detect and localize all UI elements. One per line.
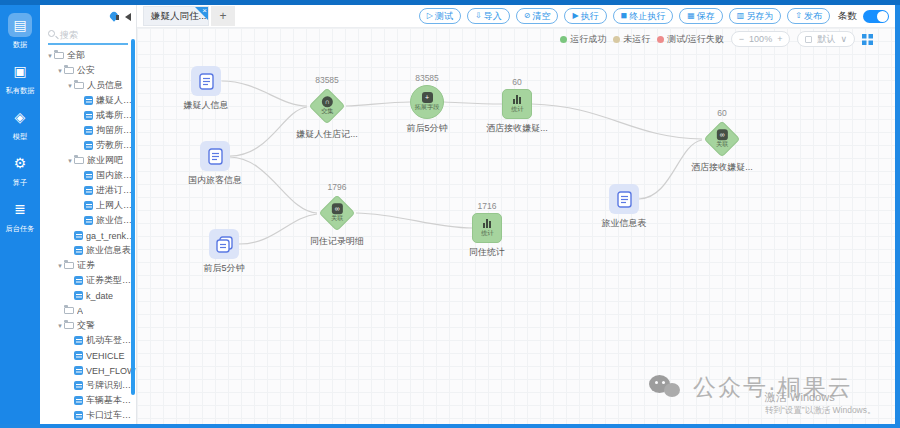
node-assoc-hotel-op[interactable]: 60 ∞ 关联 酒店接收嫌疑... <box>703 120 741 158</box>
save-as-icon-button[interactable]: ▥ 另存为 <box>729 8 782 24</box>
sidebar-item-4[interactable]: ≣ 后台任务 <box>0 197 40 234</box>
tree-item[interactable]: 证券类型字典 <box>40 273 136 288</box>
node-before-after-5min-source[interactable]: 前后5分钟 <box>209 229 239 259</box>
folder-icon <box>64 262 74 269</box>
table-icon <box>84 96 93 105</box>
tree-item[interactable]: 进港订座信息 <box>40 183 136 198</box>
add-tab-button[interactable]: + <box>211 6 235 26</box>
table-icon <box>84 186 93 195</box>
node-hotel-info-table[interactable]: 旅业信息表 <box>609 184 639 214</box>
node-stat-hotel-op[interactable]: 60 统计 酒店接收嫌疑... <box>502 89 532 119</box>
tree-item[interactable]: ▾ 公安 <box>40 63 136 78</box>
canvas-vertical-scrollbar[interactable] <box>895 5 900 424</box>
folder-icon <box>64 307 74 314</box>
node-assoc-colive-op[interactable]: 1796 ∞ 关联 同住记录明细 <box>318 194 356 232</box>
table-icon <box>84 216 93 225</box>
tree-item[interactable]: ga_t_renkouxinx <box>40 228 136 243</box>
table-icon <box>74 366 83 375</box>
sidebar-item-0[interactable]: ▤ 数据 <box>0 13 40 50</box>
edge <box>356 213 472 228</box>
tree-item[interactable]: 机动车登记表 <box>40 333 136 348</box>
tree-item[interactable]: 国内旅客信息 <box>40 168 136 183</box>
caret-down-icon: ▾ <box>56 262 64 270</box>
table-icon <box>74 411 83 420</box>
status-bar: 运行成功 未运行 测试/运行失败 − 100% + 默认 ∨ <box>560 31 873 47</box>
tree-item[interactable]: ▾ 证券 <box>40 258 136 273</box>
zoom-in-button[interactable]: + <box>777 34 782 44</box>
tree-list: ▾ 全部 ▾ 公安 ▾ 人员信息 <box>40 48 136 424</box>
tree-item[interactable]: k_date <box>40 288 136 303</box>
node-suspect-info[interactable]: 嫌疑人信息 <box>191 66 221 96</box>
link-icon: ∞ <box>332 203 343 214</box>
run-icon: ▶ <box>572 12 578 20</box>
save-icon: ▦ <box>687 12 695 20</box>
legend-not-run: 未运行 <box>613 33 650 46</box>
table-icon <box>74 246 83 255</box>
tree-item[interactable]: 号牌识别信息表 <box>40 378 136 393</box>
tree-item[interactable]: 车辆基本信息表 <box>40 393 136 408</box>
clear-icon: ⊘ <box>524 12 531 20</box>
tree-item[interactable]: ▾ 交警 <box>40 318 136 333</box>
tree-item[interactable]: A <box>40 303 136 318</box>
sidebar-item-label: 数据 <box>13 40 27 50</box>
publish-icon-button[interactable]: ⇧ 发布 <box>787 8 830 24</box>
tree-item[interactable]: 劳教所人员 <box>40 138 136 153</box>
toggle-knob <box>877 11 888 22</box>
caret-down-icon: ▾ <box>66 157 74 165</box>
table-icon <box>74 351 83 360</box>
run-icon-button[interactable]: ▶ 执行 <box>564 8 606 24</box>
tree-item[interactable]: VEHICLE <box>40 348 136 363</box>
speaker-icon[interactable] <box>125 13 131 21</box>
tree-item[interactable]: 嫌疑人信息 <box>40 93 136 108</box>
save-icon-button[interactable]: ▦ 保存 <box>679 8 723 24</box>
node-stat-colive-op[interactable]: 1716 统计 同住统计 <box>472 213 502 243</box>
sidebar-item-3[interactable]: ⚙ 算子 <box>0 151 40 188</box>
close-icon[interactable]: × <box>202 6 207 15</box>
zoom-level: 100% <box>749 34 772 44</box>
windows-activation-line2: 转到“设置”以激活 Windows。 <box>765 405 876 417</box>
node-expand-field-op[interactable]: 83585 + 拓展字段 前后5分钟 <box>410 85 444 119</box>
tree-item[interactable]: ▾ 全部 <box>40 48 136 63</box>
stop-icon-button[interactable]: ◼ 终止执行 <box>613 8 674 24</box>
sidebar-item-label: 后台任务 <box>6 224 35 234</box>
folder-icon <box>64 322 74 329</box>
operator-icon: ⚙ <box>8 151 32 175</box>
layout-mode-select[interactable]: 默认 ∨ <box>797 31 855 47</box>
table-icon <box>84 141 93 150</box>
zoom-out-button[interactable]: − <box>739 34 744 44</box>
app-window: ▤ 数据 ▣ 私有数据 ◈ 模型 ⚙ 算子 ≣ 后台任务 <box>0 0 900 428</box>
tree-item[interactable]: ▾ 人员信息 <box>40 78 136 93</box>
edges-layer <box>137 28 895 424</box>
tree-item[interactable]: VEH_FLOW <box>40 363 136 378</box>
tree-scrollbar[interactable] <box>131 39 135 395</box>
tab-suspect-colive[interactable]: 嫌疑人同住... × <box>143 6 209 26</box>
row-count-toggle[interactable] <box>863 10 889 23</box>
node-domestic-guest-info[interactable]: 国内旅客信息 <box>200 141 230 171</box>
tree-panel: 搜索 ▾ 全部 ▾ 公安 ▾ 人员信息 <box>40 5 137 424</box>
windows-activation-line1: 激活 Windows <box>765 390 835 405</box>
sidebar: ▤ 数据 ▣ 私有数据 ◈ 模型 ⚙ 算子 ≣ 后台任务 <box>0 5 40 424</box>
flow-canvas[interactable]: 嫌疑人信息 国内旅客信息 前后5分钟 旅业信息表 83585 ∩ 交集 <box>137 28 895 424</box>
clear-icon-button[interactable]: ⊘ 清空 <box>516 8 559 24</box>
tree-item[interactable]: 卡口过车记录表 <box>40 408 136 423</box>
tab-label: 嫌疑人同住... <box>151 10 206 23</box>
test-icon-button[interactable]: ▷ 测试 <box>419 8 461 24</box>
tree-item[interactable]: ▾ 旅业网吧 <box>40 153 136 168</box>
window-top-border <box>0 0 900 5</box>
tree-search[interactable]: 搜索 <box>48 27 128 45</box>
fullscreen-icon[interactable] <box>862 34 873 45</box>
tree-item[interactable]: 上网人员上网记录 <box>40 198 136 213</box>
import-icon-button[interactable]: ⇩ 导入 <box>467 8 510 24</box>
private-data-icon: ▣ <box>8 59 32 83</box>
sidebar-item-1[interactable]: ▣ 私有数据 <box>0 59 40 96</box>
tree-item[interactable]: 旅业信息表 <box>40 243 136 258</box>
tree-item[interactable]: 戒毒所人员 <box>40 108 136 123</box>
toolbar: ▷ 测试 ⇩ 导入 ⊘ 清空 ▶ 执行 <box>419 8 895 24</box>
caret-down-icon: ▾ <box>46 52 54 60</box>
tree-item[interactable]: 旅业信息表 <box>40 213 136 228</box>
tree-item[interactable]: 拘留所人员 <box>40 123 136 138</box>
table-icon <box>74 336 83 345</box>
canvas-horizontal-scrollbar[interactable] <box>0 424 900 428</box>
sidebar-item-2[interactable]: ◈ 模型 <box>0 105 40 142</box>
node-intersect-op[interactable]: 83585 ∩ 交集 嫌疑人住店记... <box>308 87 346 125</box>
